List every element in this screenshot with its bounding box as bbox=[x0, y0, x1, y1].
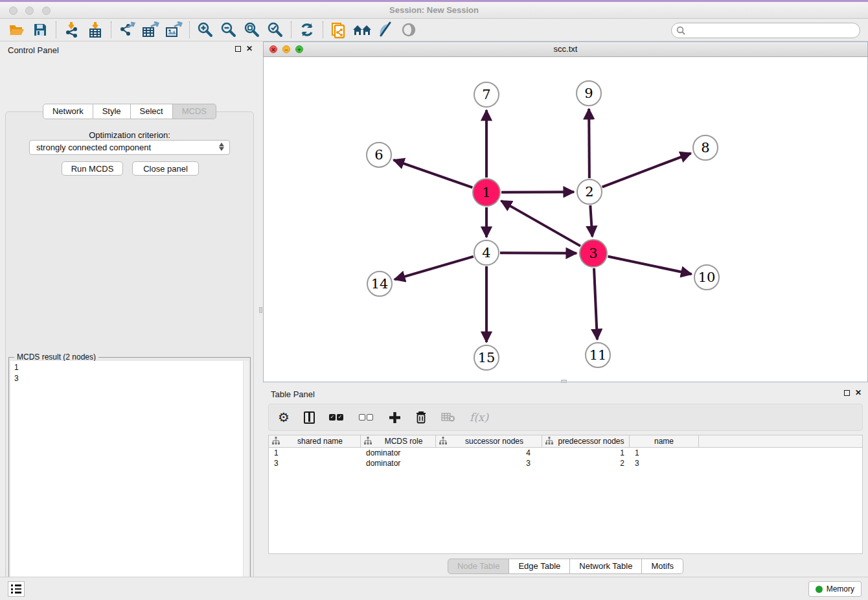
tab-style[interactable]: Style bbox=[93, 104, 131, 119]
table-settings-button[interactable]: ⚙ bbox=[278, 410, 290, 425]
tab-edge-table[interactable]: Edge Table bbox=[509, 559, 570, 574]
column-header-successor-nodes[interactable]: successor nodes bbox=[436, 435, 542, 447]
splitter-handle[interactable] bbox=[259, 307, 262, 313]
graph-node[interactable]: 11 bbox=[585, 342, 611, 368]
zoom-out-button[interactable] bbox=[217, 20, 240, 40]
tab-select[interactable]: Select bbox=[131, 104, 173, 119]
network-minimize-button[interactable]: − bbox=[282, 45, 290, 53]
float-table-panel-icon[interactable] bbox=[844, 390, 850, 396]
zoom-in-button[interactable] bbox=[194, 20, 217, 40]
run-mcds-button[interactable]: Run MCDS bbox=[62, 161, 123, 176]
graph-edge[interactable] bbox=[501, 192, 574, 192]
graph-edge[interactable] bbox=[608, 257, 692, 274]
open-session-button[interactable] bbox=[5, 20, 29, 40]
duplicate-network-button[interactable] bbox=[327, 20, 350, 40]
toolbar-separator bbox=[56, 21, 56, 38]
close-table-panel-icon[interactable]: ✕ bbox=[855, 389, 862, 396]
column-header-shared-name[interactable]: shared name bbox=[269, 435, 361, 447]
delete-table-button[interactable] bbox=[441, 412, 455, 422]
tab-motifs[interactable]: Motifs bbox=[642, 559, 683, 574]
horizontal-splitter-handle[interactable] bbox=[561, 380, 567, 383]
save-session-button[interactable] bbox=[29, 20, 52, 40]
criterion-dropdown[interactable]: strongly connected component bbox=[29, 140, 230, 155]
graph-node[interactable]: 2 bbox=[577, 179, 602, 205]
graph-edge[interactable] bbox=[594, 268, 597, 340]
export-network-button[interactable] bbox=[115, 20, 139, 40]
delete-column-button[interactable] bbox=[415, 411, 427, 424]
columns-icon bbox=[304, 411, 315, 424]
deselect-all-columns-button[interactable] bbox=[359, 414, 374, 421]
network-maximize-button[interactable]: + bbox=[295, 45, 303, 53]
tab-node-table[interactable]: Node Table bbox=[448, 559, 510, 574]
show-columns-button[interactable] bbox=[304, 411, 315, 424]
search-input[interactable] bbox=[671, 23, 860, 38]
select-all-columns-button[interactable]: ✓✓ bbox=[329, 414, 345, 421]
graphics-details-button[interactable] bbox=[397, 20, 420, 40]
minimize-window-button[interactable] bbox=[25, 6, 34, 15]
unchecked-box-icon bbox=[359, 414, 365, 421]
zoom-selected-button[interactable] bbox=[264, 20, 287, 40]
graph-node[interactable]: 8 bbox=[692, 135, 718, 161]
graph-edge[interactable] bbox=[602, 154, 691, 187]
tree-icon bbox=[272, 437, 280, 446]
import-table-button[interactable] bbox=[84, 20, 107, 40]
toolbar-search bbox=[671, 23, 860, 38]
graph-node[interactable]: 15 bbox=[474, 345, 499, 371]
delete-table-icon bbox=[441, 412, 455, 422]
tab-mcds[interactable]: MCDS bbox=[173, 104, 216, 119]
close-panel-icon[interactable]: ✕ bbox=[246, 45, 253, 52]
table-panel-title: Table Panel bbox=[263, 386, 868, 399]
column-header-name[interactable]: name bbox=[630, 435, 699, 447]
tab-network[interactable]: Network bbox=[43, 104, 93, 119]
graph-edge[interactable] bbox=[394, 257, 474, 279]
status-bar: Memory bbox=[0, 577, 868, 600]
result-scrollbar[interactable] bbox=[243, 361, 249, 598]
graph-node[interactable]: 6 bbox=[366, 142, 392, 168]
table-panel: Table Panel ✕ ⚙ ✓✓ f(x) shared name MCDS… bbox=[263, 386, 868, 577]
column-header-predecessor-nodes[interactable]: predecessor nodes bbox=[542, 435, 630, 447]
first-neighbors-button[interactable] bbox=[350, 20, 374, 40]
graph-edge[interactable] bbox=[500, 253, 577, 253]
network-canvas[interactable]: 7968124314101511 bbox=[264, 57, 867, 382]
export-image-button[interactable] bbox=[162, 20, 185, 40]
import-network-button[interactable] bbox=[60, 20, 84, 40]
network-window-titlebar[interactable]: ✕ − + scc.txt bbox=[264, 42, 867, 57]
graph-node[interactable]: 7 bbox=[474, 82, 499, 108]
graph-node[interactable]: 9 bbox=[576, 80, 602, 106]
duplicate-network-icon bbox=[330, 21, 347, 39]
memory-status-icon bbox=[816, 586, 823, 593]
graph-edge[interactable] bbox=[394, 160, 473, 187]
table-row[interactable]: 1 dominator 4 1 1 bbox=[269, 448, 862, 458]
task-history-button[interactable] bbox=[8, 581, 25, 597]
graph-node[interactable]: 4 bbox=[474, 240, 499, 266]
close-panel-button[interactable]: Close panel bbox=[132, 161, 199, 176]
close-window-button[interactable] bbox=[9, 6, 17, 15]
graph-edge[interactable] bbox=[501, 201, 580, 246]
add-column-button[interactable] bbox=[389, 411, 401, 424]
fit-content-button[interactable] bbox=[240, 20, 264, 40]
graph-node[interactable]: 3 bbox=[579, 239, 608, 268]
graph-edge[interactable] bbox=[589, 109, 589, 178]
graph-node[interactable]: 10 bbox=[694, 264, 720, 290]
cell-successor-nodes: 3 bbox=[436, 458, 542, 468]
function-builder-button[interactable]: f(x) bbox=[470, 411, 488, 424]
cell-mcds-role: dominator bbox=[361, 448, 436, 458]
tab-network-table[interactable]: Network Table bbox=[570, 559, 642, 574]
float-panel-icon[interactable] bbox=[235, 46, 241, 52]
graph-node[interactable]: 14 bbox=[367, 271, 393, 297]
cell-predecessor-nodes: 2 bbox=[542, 458, 630, 468]
import-network-icon bbox=[63, 21, 80, 38]
column-header-mcds-role[interactable]: MCDS role bbox=[361, 435, 436, 447]
apply-style-button[interactable] bbox=[374, 20, 397, 40]
export-table-button[interactable] bbox=[139, 20, 162, 40]
graph-edge[interactable] bbox=[590, 205, 592, 237]
zoom-selected-icon bbox=[267, 21, 284, 38]
apply-layout-button[interactable] bbox=[295, 20, 319, 40]
memory-button[interactable]: Memory bbox=[808, 581, 862, 597]
network-close-button[interactable]: ✕ bbox=[269, 45, 277, 53]
mcds-result-textarea[interactable]: 1 3 bbox=[10, 361, 249, 598]
graph-node[interactable]: 1 bbox=[472, 178, 501, 207]
zoom-window-button[interactable] bbox=[42, 6, 51, 15]
cell-name: 1 bbox=[630, 448, 699, 458]
table-row[interactable]: 3 dominator 3 2 3 bbox=[269, 458, 862, 468]
